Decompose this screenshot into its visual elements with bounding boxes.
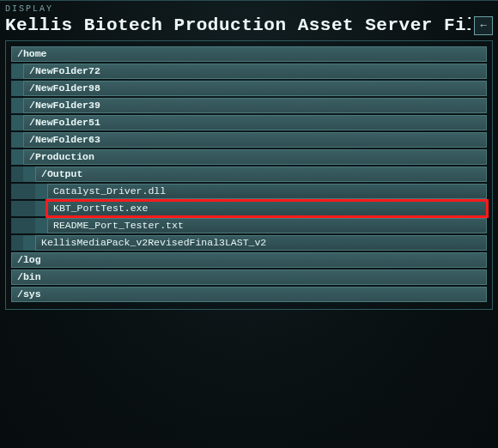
dir-log[interactable]: /log bbox=[11, 252, 487, 268]
tree-row: /sys bbox=[11, 287, 487, 302]
tree-spine-icon bbox=[23, 166, 35, 182]
tree-row: Catalyst_Driver.dll bbox=[11, 184, 487, 199]
file-label: KBT_PortTest.exe bbox=[53, 203, 148, 214]
tree-spine-icon bbox=[11, 218, 23, 233]
tree-spine-icon bbox=[11, 64, 23, 79]
folder-label: /bin bbox=[17, 272, 41, 282]
tree-spine-icon bbox=[35, 184, 47, 199]
file-label: Catalyst_Driver.dll bbox=[53, 186, 166, 197]
tree-row: /NewFolder51 bbox=[11, 115, 487, 130]
tree-row: /log bbox=[11, 252, 487, 268]
tree-spine-icon bbox=[11, 98, 23, 113]
folder-label: /log bbox=[17, 255, 41, 265]
tree-spine-icon bbox=[35, 201, 47, 216]
file-readme-port-tester[interactable]: README_Port_Tester.txt bbox=[47, 218, 487, 233]
dir-newfolder39[interactable]: /NewFolder39 bbox=[23, 98, 487, 113]
file-kellismediapack[interactable]: KellisMediaPack_v2RevisedFinal3LAST_v2 bbox=[35, 235, 487, 251]
tree-spine-icon bbox=[11, 235, 23, 251]
dir-home[interactable]: /home bbox=[11, 46, 487, 62]
indent-guides bbox=[11, 166, 35, 182]
tree-spine-icon bbox=[23, 218, 35, 233]
tree-spine-icon bbox=[35, 218, 47, 233]
display-label: DISPLAY bbox=[0, 0, 498, 14]
tree-spine-icon bbox=[11, 166, 23, 182]
tree-spine-icon bbox=[11, 184, 23, 199]
indent-guides bbox=[11, 218, 47, 233]
tree-row: /NewFolder72 bbox=[11, 64, 487, 79]
indent-guides bbox=[11, 149, 23, 165]
indent-guides bbox=[11, 64, 23, 79]
file-tree: /home/NewFolder72/NewFolder98/NewFolder3… bbox=[11, 46, 487, 302]
tree-row: /bin bbox=[11, 269, 487, 285]
folder-label: /NewFolder39 bbox=[29, 100, 100, 111]
tree-row: /Production bbox=[11, 149, 487, 165]
folder-label: /NewFolder63 bbox=[29, 135, 100, 145]
dir-newfolder51[interactable]: /NewFolder51 bbox=[23, 115, 487, 130]
tree-row: /Output bbox=[11, 166, 487, 182]
title-row: Kellis Biotech Production Asset Server F… bbox=[0, 14, 498, 40]
page-title: Kellis Biotech Production Asset Server F… bbox=[5, 15, 471, 35]
indent-guides bbox=[11, 132, 23, 148]
tree-spine-icon bbox=[11, 81, 23, 96]
filesystem-frame: /home/NewFolder72/NewFolder98/NewFolder3… bbox=[5, 40, 493, 310]
folder-label: /sys bbox=[17, 289, 41, 300]
dir-output[interactable]: /Output bbox=[35, 166, 487, 182]
tree-spine-icon bbox=[11, 115, 23, 130]
indent-guides bbox=[11, 115, 23, 130]
back-arrow-icon: ← bbox=[480, 20, 486, 32]
folder-label: /Production bbox=[29, 152, 94, 162]
tree-row: /NewFolder98 bbox=[11, 81, 487, 96]
dir-newfolder63[interactable]: /NewFolder63 bbox=[23, 132, 487, 148]
indent-guides bbox=[11, 81, 23, 96]
tree-row: /NewFolder39 bbox=[11, 98, 487, 113]
tree-row: README_Port_Tester.txt bbox=[11, 218, 487, 233]
indent-guides bbox=[11, 235, 35, 251]
file-catalyst-driver[interactable]: Catalyst_Driver.dll bbox=[47, 184, 487, 199]
dir-newfolder72[interactable]: /NewFolder72 bbox=[23, 64, 487, 79]
folder-label: /home bbox=[17, 49, 47, 59]
tree-row: KBT_PortTest.exe bbox=[11, 201, 487, 216]
tree-spine-icon bbox=[11, 201, 23, 216]
tree-spine-icon bbox=[23, 235, 35, 251]
indent-guides bbox=[11, 201, 47, 216]
dir-newfolder98[interactable]: /NewFolder98 bbox=[23, 81, 487, 96]
folder-label: /NewFolder72 bbox=[29, 66, 100, 76]
dir-production[interactable]: /Production bbox=[23, 149, 487, 165]
tree-spine-icon bbox=[11, 149, 23, 165]
tree-row: /home bbox=[11, 46, 487, 62]
indent-guides bbox=[11, 184, 47, 199]
folder-label: /NewFolder98 bbox=[29, 83, 100, 94]
empty-area bbox=[0, 315, 498, 448]
tree-row: KellisMediaPack_v2RevisedFinal3LAST_v2 bbox=[11, 235, 487, 251]
indent-guides bbox=[11, 98, 23, 113]
file-label: README_Port_Tester.txt bbox=[53, 221, 184, 231]
tree-spine-icon bbox=[23, 201, 35, 216]
dir-sys[interactable]: /sys bbox=[11, 287, 487, 302]
file-kbt-porttest[interactable]: KBT_PortTest.exe bbox=[47, 201, 487, 216]
tree-spine-icon bbox=[11, 132, 23, 148]
back-button[interactable]: ← bbox=[474, 16, 493, 35]
folder-label: /Output bbox=[41, 169, 82, 179]
dir-bin[interactable]: /bin bbox=[11, 269, 487, 285]
tree-spine-icon bbox=[23, 184, 35, 199]
folder-label: /NewFolder51 bbox=[29, 118, 100, 128]
file-label: KellisMediaPack_v2RevisedFinal3LAST_v2 bbox=[41, 238, 266, 248]
tree-row: /NewFolder63 bbox=[11, 132, 487, 148]
